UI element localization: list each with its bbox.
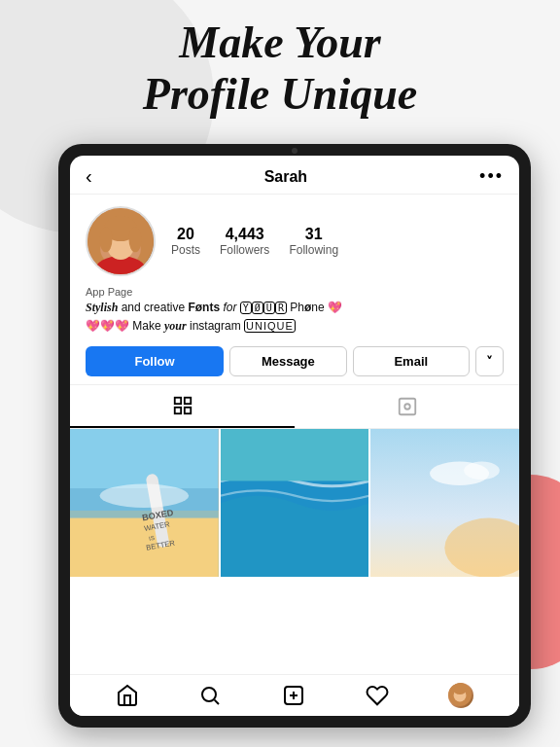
follow-button[interactable]: Follow	[86, 346, 224, 376]
nav-add[interactable]	[282, 684, 305, 707]
sky-photo	[370, 429, 519, 578]
avatar	[86, 206, 156, 276]
profile-section: 20 Posts 4,443 Followers 31 Following	[70, 195, 519, 284]
tab-grid[interactable]	[70, 385, 295, 428]
svg-line-30	[215, 700, 219, 704]
followers-count: 4,443	[220, 226, 269, 243]
nav-avatar	[448, 683, 473, 708]
posts-count: 20	[171, 226, 200, 243]
svg-rect-10	[184, 407, 190, 412]
back-button[interactable]: ‹	[86, 165, 92, 188]
tab-tagged[interactable]	[295, 385, 519, 428]
nav-home[interactable]	[116, 684, 139, 707]
ig-header: ‹ Sarah •••	[70, 156, 519, 195]
hero-title: Make Your Profile Unique	[0, 18, 560, 121]
svg-point-12	[404, 404, 410, 409]
action-buttons: Follow Message Email ˅	[70, 342, 519, 384]
stat-followers: 4,443 Followers	[220, 226, 269, 257]
content-tabs	[70, 384, 519, 429]
grid-photo-1[interactable]: BOXED WATER IS BETTER	[70, 429, 219, 578]
app-tag: App Page	[86, 286, 504, 298]
svg-rect-11	[399, 398, 415, 414]
hero-line1: Make Your	[179, 18, 380, 67]
nav-heart[interactable]	[366, 684, 389, 707]
followers-label: Followers	[220, 243, 269, 257]
following-count: 31	[289, 226, 338, 243]
svg-point-21	[100, 483, 190, 507]
svg-rect-9	[174, 407, 180, 412]
tablet-screen: ‹ Sarah •••	[70, 156, 519, 716]
stat-following: 31 Following	[289, 226, 338, 257]
bio-line2: 💖💖💖 Make your instagram UNIQUE	[86, 318, 504, 335]
profile-stats: 20 Posts 4,443 Followers 31 Following	[171, 226, 504, 257]
svg-rect-8	[184, 397, 190, 403]
bottom-nav	[70, 674, 519, 716]
grid-photo-3[interactable]	[370, 429, 519, 578]
bio-section: App Page Stylish and creative Fønts for …	[70, 284, 519, 342]
beach-photo: BOXED WATER IS BETTER	[70, 429, 219, 578]
svg-text:IS: IS	[149, 534, 156, 542]
svg-rect-7	[174, 397, 180, 403]
svg-point-29	[202, 688, 216, 701]
profile-username: Sarah	[264, 168, 307, 186]
nav-profile[interactable]	[448, 683, 473, 708]
svg-point-36	[454, 686, 467, 694]
menu-icon[interactable]: •••	[479, 166, 504, 187]
ocean-photo	[221, 429, 369, 578]
svg-point-27	[465, 461, 501, 479]
nav-search[interactable]	[198, 684, 222, 707]
photo-grid: BOXED WATER IS BETTER	[70, 429, 519, 674]
email-button[interactable]: Email	[353, 346, 470, 376]
message-button[interactable]: Message	[229, 346, 346, 376]
posts-label: Posts	[171, 243, 200, 257]
svg-rect-24	[221, 429, 369, 480]
hero-line2: Profile Unique	[143, 69, 417, 119]
camera-dot	[292, 148, 298, 154]
bio-line1: Stylish and creative Fønts for YØUR Phøn…	[86, 300, 504, 316]
svg-point-6	[129, 227, 142, 252]
tablet-frame: ‹ Sarah •••	[58, 144, 531, 728]
svg-point-5	[99, 227, 112, 252]
stat-posts: 20 Posts	[171, 226, 200, 257]
grid-photo-2[interactable]	[221, 429, 369, 578]
following-label: Following	[289, 243, 338, 257]
dropdown-button[interactable]: ˅	[475, 346, 504, 376]
